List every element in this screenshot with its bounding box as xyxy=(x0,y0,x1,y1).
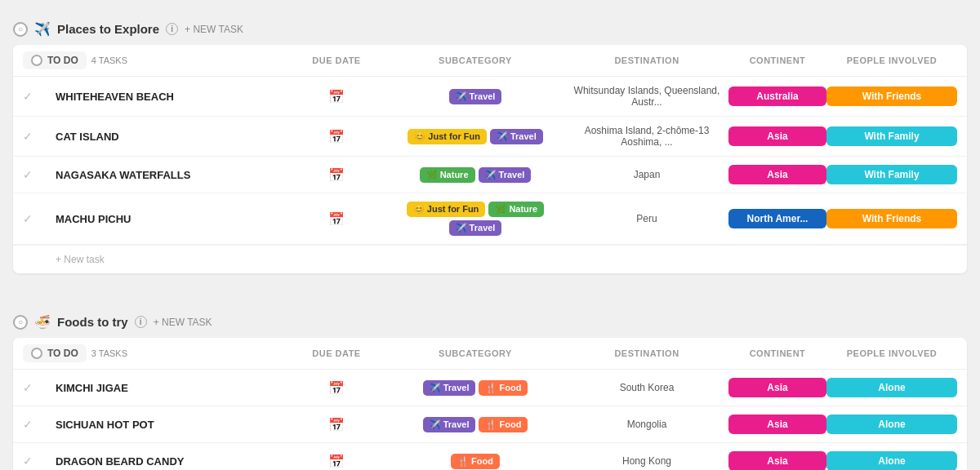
check-icon[interactable]: ✓ xyxy=(23,90,56,103)
tags-cell: ✈️ Travel xyxy=(385,89,565,104)
tag-nature: 🌿 Nature xyxy=(420,167,475,183)
section-title-places: Places to Explore xyxy=(57,22,159,36)
continent-badge: Asia xyxy=(728,126,826,146)
check-icon[interactable]: ✓ xyxy=(23,454,56,468)
people-badge: Alone xyxy=(826,415,957,434)
todo-badge-foods: TO DO xyxy=(23,344,87,362)
people-badge: With Friends xyxy=(826,209,957,228)
todo-circle-foods xyxy=(31,348,42,359)
col-due-date-places: DUE DATE xyxy=(287,55,385,65)
tag-travel: ✈️ Travel xyxy=(449,89,502,104)
calendar-icon[interactable]: 📅 xyxy=(287,454,385,469)
todo-label-places: TO DO xyxy=(47,55,78,66)
check-icon[interactable]: ✓ xyxy=(23,212,56,225)
table-row: ✓ WHITEHEAVEN BEACH 📅 ✈️ Travel Whitsund… xyxy=(13,77,967,117)
task-name: SICHUAN HOT POT xyxy=(56,419,287,431)
people-badge: With Family xyxy=(826,126,957,146)
tag-food: 🍴 Food xyxy=(479,417,528,432)
calendar-icon[interactable]: 📅 xyxy=(287,417,385,432)
col-destination-foods: DESTINATION xyxy=(565,348,728,358)
col-subcategory-places: SUBCATEGORY xyxy=(385,55,565,65)
continent-badge: North Amer... xyxy=(728,209,826,228)
table-row: ✓ CAT ISLAND 📅 😊 Just for Fun ✈️ Travel … xyxy=(13,117,967,157)
task-name: MACHU PICHU xyxy=(56,213,287,225)
tag-nature: 🌿 Nature xyxy=(488,202,544,217)
tags-cell: ✈️ Travel 🍴 Food xyxy=(385,380,565,396)
tasks-count-places: 4 TASKS xyxy=(91,55,127,65)
task-name: NAGASAKA WATERFALLS xyxy=(56,169,287,181)
todo-label-foods: TO DO xyxy=(47,348,78,359)
calendar-icon[interactable]: 📅 xyxy=(287,167,385,183)
add-task-row-places[interactable]: + New task xyxy=(13,245,967,273)
tag-fun: 😊 Just for Fun xyxy=(407,202,486,217)
tags-cell: 🌿 Nature ✈️ Travel xyxy=(385,167,565,183)
col-destination-places: DESTINATION xyxy=(565,55,728,65)
table-row: ✓ MACHU PICHU 📅 😊 Just for Fun 🌿 Nature … xyxy=(13,193,967,245)
people-badge: Alone xyxy=(826,378,957,397)
task-name: KIMCHI JIGAE xyxy=(56,382,287,394)
new-task-link-foods[interactable]: + NEW TASK xyxy=(154,317,212,328)
todo-circle-places xyxy=(31,55,42,66)
destination-cell: Whitsunday Islands, Queensland, Austr... xyxy=(565,85,728,108)
tags-cell: ✈️ Travel 🍴 Food xyxy=(385,417,565,432)
col-people-foods: PEOPLE INVOLVED xyxy=(826,348,957,358)
tag-travel: ✈️ Travel xyxy=(423,380,476,396)
continent-badge: Asia xyxy=(728,415,826,434)
check-icon[interactable]: ✓ xyxy=(23,381,56,394)
col-subcategory-foods: SUBCATEGORY xyxy=(385,348,565,358)
table-row: ✓ DRAGON BEARD CANDY 📅 🍴 Food Hong Kong … xyxy=(13,443,967,470)
destination-cell: Peru xyxy=(565,213,728,224)
destination-cell: Hong Kong xyxy=(565,455,728,467)
continent-badge: Asia xyxy=(728,451,826,470)
col-due-date-foods: DUE DATE xyxy=(287,348,385,358)
section-icon-places: ✈️ xyxy=(34,21,51,37)
continent-badge: Australia xyxy=(728,86,826,106)
section-collapse-foods[interactable]: ○ xyxy=(13,315,28,330)
col-continent-places: CONTINENT xyxy=(728,55,826,65)
calendar-icon[interactable]: 📅 xyxy=(287,211,385,227)
todo-badge-places: TO DO xyxy=(23,51,87,69)
calendar-icon[interactable]: 📅 xyxy=(287,129,385,144)
col-people-places: PEOPLE INVOLVED xyxy=(826,55,957,65)
info-icon-places[interactable]: i xyxy=(166,23,178,35)
calendar-icon[interactable]: 📅 xyxy=(287,89,385,104)
table-row: ✓ SICHUAN HOT POT 📅 ✈️ Travel 🍴 Food Mon… xyxy=(13,406,967,443)
section-icon-foods: 🍜 xyxy=(34,314,51,330)
continent-badge: Asia xyxy=(728,378,826,397)
task-name: WHITEHEAVEN BEACH xyxy=(56,91,287,103)
section-header-foods: ○ 🍜 Foods to try i + NEW TASK xyxy=(13,306,967,338)
destination-cell: Aoshima Island, 2-chôme-13 Aoshima, ... xyxy=(565,125,728,148)
section-title-foods: Foods to try xyxy=(57,315,128,329)
people-badge: With Family xyxy=(826,165,957,184)
task-name: DRAGON BEARD CANDY xyxy=(56,455,287,468)
tag-fun: 😊 Just for Fun xyxy=(408,129,487,144)
section-header-places: ○ ✈️ Places to Explore i + NEW TASK xyxy=(13,13,967,45)
tag-food: 🍴 Food xyxy=(479,380,528,396)
tag-travel: ✈️ Travel xyxy=(449,220,502,236)
tags-cell: 😊 Just for Fun ✈️ Travel xyxy=(385,129,565,144)
calendar-icon[interactable]: 📅 xyxy=(287,380,385,396)
task-name: CAT ISLAND xyxy=(56,131,287,143)
section-collapse-places[interactable]: ○ xyxy=(13,22,28,37)
people-badge: With Friends xyxy=(826,86,957,106)
check-icon[interactable]: ✓ xyxy=(23,418,56,431)
destination-cell: South Korea xyxy=(565,382,728,393)
destination-cell: Japan xyxy=(565,169,728,180)
tag-food: 🍴 Food xyxy=(451,454,500,469)
table-row: ✓ NAGASAKA WATERFALLS 📅 🌿 Nature ✈️ Trav… xyxy=(13,157,967,193)
check-icon[interactable]: ✓ xyxy=(23,168,56,181)
check-icon[interactable]: ✓ xyxy=(23,130,56,143)
tasks-count-foods: 3 TASKS xyxy=(91,348,127,358)
tags-cell: 🍴 Food xyxy=(385,454,565,469)
continent-badge: Asia xyxy=(728,165,826,184)
people-badge: Alone xyxy=(826,451,957,470)
info-icon-foods[interactable]: i xyxy=(135,316,147,328)
table-places: TO DO 4 TASKS DUE DATE SUBCATEGORY DESTI… xyxy=(13,45,967,273)
table-header-foods: TO DO 3 TASKS DUE DATE SUBCATEGORY DESTI… xyxy=(13,338,967,370)
tag-travel: ✈️ Travel xyxy=(479,167,532,183)
col-continent-foods: CONTINENT xyxy=(728,348,826,358)
table-foods: TO DO 3 TASKS DUE DATE SUBCATEGORY DESTI… xyxy=(13,338,967,470)
table-header-places: TO DO 4 TASKS DUE DATE SUBCATEGORY DESTI… xyxy=(13,45,967,77)
new-task-link-places[interactable]: + NEW TASK xyxy=(185,24,243,35)
tags-cell: 😊 Just for Fun 🌿 Nature ✈️ Travel xyxy=(385,202,565,236)
